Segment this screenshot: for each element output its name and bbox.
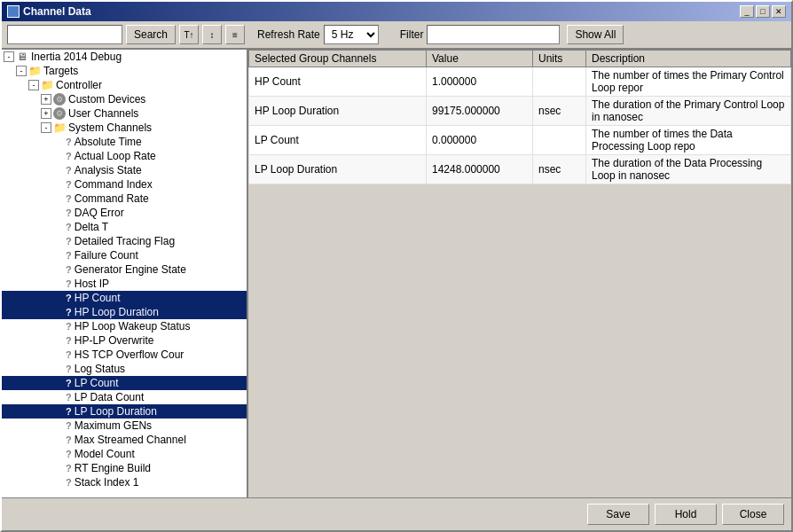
tree-label-custom-devices: Custom Devices: [68, 93, 145, 106]
tree-item-user-channels[interactable]: + ⚙ User Channels: [2, 106, 247, 121]
tree-label-lp-data-count: LP Data Count: [75, 391, 145, 403]
tree-item-daq-error[interactable]: ? DAQ Error: [2, 206, 247, 220]
tree-item-command-rate[interactable]: ? Command Rate: [2, 192, 247, 206]
data-panel: Selected Group Channels Value Units Desc…: [248, 50, 791, 497]
window-icon: [7, 5, 20, 18]
tree-item-hp-count[interactable]: ? HP Count: [2, 291, 247, 305]
tree-item-absolute-time[interactable]: ? Absolute Time: [2, 135, 247, 149]
question-icon: ?: [66, 392, 72, 403]
data-table: Selected Group Channels Value Units Desc…: [248, 50, 791, 184]
col-header-units: Units: [533, 51, 586, 67]
refresh-rate-label: Refresh Rate: [257, 28, 320, 41]
show-all-button[interactable]: Show All: [567, 25, 624, 44]
tree-label-delta-t: Delta T: [75, 221, 108, 233]
question-icon: ?: [66, 278, 72, 289]
tree-item-detailed-tracing-flag[interactable]: ? Detailed Tracing Flag: [2, 234, 247, 248]
tree-item-log-status[interactable]: ? Log Status: [2, 362, 247, 376]
question-icon: ?: [66, 207, 72, 218]
minimize-button[interactable]: _: [740, 5, 754, 18]
close-button[interactable]: Close: [722, 504, 784, 525]
col-header-channel: Selected Group Channels: [249, 51, 427, 67]
tree-item-lp-loop-duration[interactable]: ? LP Loop Duration: [2, 404, 247, 419]
main-window: Channel Data _ □ ✕ Search T↑ ↕ ≡ Refresh…: [0, 0, 793, 532]
question-icon: ?: [66, 137, 72, 147]
question-icon-hp-count: ?: [66, 293, 72, 303]
footer: Save Hold Close: [2, 497, 791, 530]
folder-icon-system: 📁: [53, 121, 66, 134]
tree-label-system-channels: System Channels: [68, 121, 152, 134]
tree-item-analysis-state[interactable]: ? Analysis State: [2, 163, 247, 177]
tree-label-rt-engine-build: RT Engine Build: [75, 462, 151, 474]
tree-item-delta-t[interactable]: ? Delta T: [2, 220, 247, 234]
cell-units: [533, 126, 586, 155]
save-button[interactable]: Save: [587, 504, 649, 525]
title-controls: _ □ ✕: [740, 5, 786, 18]
tree-item-inertia[interactable]: - 🖥 Inertia 2014 Debug: [2, 50, 247, 64]
gear-icon-custom: ⚙: [53, 93, 66, 106]
tree-label-targets: Targets: [43, 65, 78, 77]
expand-inertia[interactable]: -: [4, 51, 14, 62]
tree-item-actual-loop-rate[interactable]: ? Actual Loop Rate: [2, 149, 247, 163]
tree-label-analysis-state: Analysis State: [75, 164, 142, 176]
cell-units: nsec: [533, 97, 586, 126]
cell-description: The duration of the Primary Control Loop…: [586, 97, 791, 126]
tree-item-lp-count[interactable]: ? LP Count: [2, 376, 247, 390]
tree-label-hp-count: HP Count: [75, 292, 121, 304]
toolbar-icon-btn-2[interactable]: ↕: [202, 25, 222, 44]
tree-label-detailed-tracing-flag: Detailed Tracing Flag: [75, 235, 175, 247]
col-header-description: Description: [586, 51, 791, 67]
tree-item-max-streamed-channel[interactable]: ? Max Streamed Channel: [2, 433, 247, 447]
table-row: HP Count 1.000000 The number of times th…: [249, 67, 791, 97]
hold-button[interactable]: Hold: [655, 504, 717, 525]
tree-item-hp-loop-duration[interactable]: ? HP Loop Duration: [2, 305, 247, 319]
expand-controller[interactable]: -: [28, 80, 39, 90]
cell-value: 99175.000000: [427, 97, 533, 126]
filter-input[interactable]: [427, 25, 560, 44]
tree-label-hp-loop-wakeup: HP Loop Wakeup Status: [75, 320, 191, 332]
expand-custom-devices[interactable]: +: [41, 94, 51, 105]
question-icon: ?: [66, 364, 72, 374]
question-icon: ?: [66, 222, 72, 232]
question-icon: ?: [66, 193, 72, 204]
tree-item-hp-lp-overwrite[interactable]: ? HP-LP Overwrite: [2, 333, 247, 348]
question-icon: ?: [66, 335, 72, 346]
tree-item-hs-tcp[interactable]: ? HS TCP Overflow Cour: [2, 348, 247, 362]
tree-label-absolute-time: Absolute Time: [75, 136, 142, 148]
tree-label-hp-lp-overwrite: HP-LP Overwrite: [75, 334, 154, 347]
expand-system-channels[interactable]: -: [41, 122, 51, 133]
maximize-button[interactable]: □: [756, 5, 770, 18]
tree-item-system-channels[interactable]: - 📁 System Channels: [2, 121, 247, 135]
question-icon: ?: [66, 236, 72, 246]
tree-item-stack-index-1[interactable]: ? Stack Index 1: [2, 475, 247, 489]
tree-item-controller[interactable]: - 📁 Controller: [2, 78, 247, 92]
refresh-rate-select[interactable]: 1 Hz 2 Hz 5 Hz 10 Hz: [324, 25, 379, 44]
tree-label-host-ip: Host IP: [75, 278, 109, 290]
cell-description: The number of times the Primary Control …: [586, 67, 791, 97]
tree-item-failure-count[interactable]: ? Failure Count: [2, 248, 247, 262]
tree-item-generator-engine-state[interactable]: ? Generator Engine State: [2, 262, 247, 277]
toolbar-icon-btn-3[interactable]: ≡: [225, 25, 245, 44]
expand-user-channels[interactable]: +: [41, 108, 51, 119]
question-icon: ?: [66, 151, 72, 161]
tree-label-hs-tcp: HS TCP Overflow Cour: [75, 348, 185, 361]
search-button[interactable]: Search: [126, 25, 176, 44]
tree-item-model-count[interactable]: ? Model Count: [2, 447, 247, 461]
tree-label-maximum-gens: Maximum GENs: [75, 419, 152, 432]
question-icon: ?: [66, 179, 72, 190]
cell-channel: HP Loop Duration: [249, 97, 427, 126]
tree-item-lp-data-count[interactable]: ? LP Data Count: [2, 390, 247, 404]
tree-item-hp-loop-wakeup[interactable]: ? HP Loop Wakeup Status: [2, 319, 247, 333]
tree-item-command-index[interactable]: ? Command Index: [2, 177, 247, 192]
table-scroll[interactable]: Selected Group Channels Value Units Desc…: [248, 50, 791, 497]
expand-targets[interactable]: -: [16, 66, 27, 76]
cell-units: nsec: [533, 155, 586, 184]
close-window-button[interactable]: ✕: [772, 5, 786, 18]
tree-item-host-ip[interactable]: ? Host IP: [2, 277, 247, 291]
tree-item-custom-devices[interactable]: + ⚙ Custom Devices: [2, 92, 247, 106]
tree-item-targets[interactable]: - 📁 Targets: [2, 64, 247, 78]
search-input[interactable]: [7, 25, 122, 44]
tree-label-max-streamed-channel: Max Streamed Channel: [75, 434, 186, 446]
tree-item-rt-engine-build[interactable]: ? RT Engine Build: [2, 461, 247, 475]
tree-item-maximum-gens[interactable]: ? Maximum GENs: [2, 419, 247, 433]
toolbar-icon-btn-1[interactable]: T↑: [179, 25, 199, 44]
